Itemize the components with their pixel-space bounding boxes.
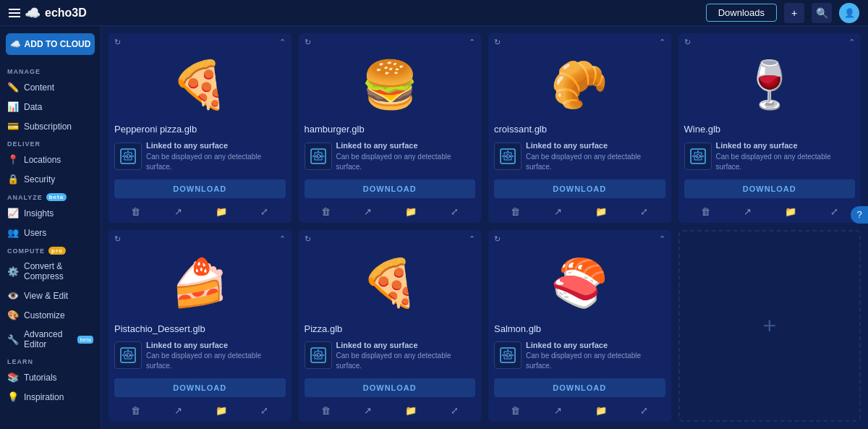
sidebar-item-view-edit[interactable]: 👁️ View & Edit: [0, 286, 101, 305]
refresh-icon[interactable]: ↻: [305, 38, 311, 47]
sidebar-label-customize: Customize: [24, 310, 65, 320]
expand-icon[interactable]: ⌃: [659, 38, 665, 47]
download-button[interactable]: DOWNLOAD: [684, 179, 856, 198]
surface-icon-box: ✦✦: [494, 143, 522, 170]
share-icon[interactable]: ↗: [554, 405, 562, 416]
top-navigation: ☁️ echo3D Downloads + 🔍 👤: [0, 0, 868, 26]
delete-icon[interactable]: 🗑: [321, 405, 331, 416]
plus-icon-button[interactable]: +: [784, 3, 804, 23]
delete-icon[interactable]: 🗑: [131, 405, 140, 416]
food-image: 🍣: [550, 260, 608, 306]
refresh-icon[interactable]: ↻: [494, 38, 501, 47]
inspiration-icon: 💡: [7, 391, 19, 402]
expand-icon[interactable]: ⌃: [659, 234, 665, 244]
expand-icon[interactable]: ⌃: [279, 234, 286, 244]
card-add-new[interactable]: +: [678, 230, 861, 422]
download-button[interactable]: DOWNLOAD: [305, 378, 476, 397]
card-header: ↻ ⌃: [488, 230, 671, 245]
folder-icon[interactable]: 📁: [595, 206, 607, 217]
sidebar-item-security[interactable]: 🔒 Security: [0, 169, 101, 189]
folder-icon[interactable]: 📁: [405, 405, 417, 416]
delete-icon[interactable]: 🗑: [131, 206, 140, 217]
expand-icon[interactable]: ⌃: [469, 38, 475, 47]
share-icon[interactable]: ↗: [364, 405, 372, 416]
resize-icon[interactable]: ⤢: [640, 206, 648, 217]
resize-icon[interactable]: ⤢: [640, 405, 648, 416]
downloads-button[interactable]: Downloads: [706, 4, 777, 22]
card-actions: 🗑 ↗ 📁 ⤢: [678, 203, 861, 223]
expand-icon[interactable]: ⌃: [469, 234, 475, 244]
add-to-cloud-button[interactable]: ☁️ ADD TO CLOUD: [6, 33, 95, 55]
refresh-icon[interactable]: ↻: [114, 234, 121, 244]
card-name: Pizza.glb: [299, 320, 482, 337]
download-button[interactable]: DOWNLOAD: [494, 179, 665, 198]
delete-icon[interactable]: 🗑: [511, 405, 520, 416]
card-thumbnail: 🍰: [109, 245, 292, 320]
sidebar-item-users[interactable]: 👥 Users: [0, 223, 101, 242]
hamburger-menu-icon[interactable]: [9, 9, 20, 17]
resize-icon[interactable]: ⤢: [260, 206, 268, 217]
avatar[interactable]: 👤: [839, 3, 859, 23]
resize-icon[interactable]: ⤢: [260, 405, 268, 416]
delete-icon[interactable]: 🗑: [701, 206, 710, 217]
refresh-icon[interactable]: ↻: [114, 38, 121, 47]
subscription-icon: 💳: [7, 121, 19, 132]
svg-point-31: [507, 349, 509, 351]
surface-title: Linked to any surface: [146, 341, 228, 349]
sidebar-item-advanced-editor[interactable]: 🔧 Advanced Editor beta: [0, 325, 101, 354]
refresh-icon[interactable]: ↻: [494, 234, 501, 244]
sidebar-item-content[interactable]: ✏️ Content: [0, 77, 101, 97]
resize-icon[interactable]: ⤢: [830, 206, 838, 217]
sidebar-item-subscription[interactable]: 💳 Subscription: [0, 116, 101, 136]
folder-icon[interactable]: 📁: [595, 405, 607, 416]
delete-icon[interactable]: 🗑: [511, 206, 520, 217]
sidebar-item-customize[interactable]: 🎨 Customize: [0, 305, 101, 325]
folder-icon[interactable]: 📁: [785, 206, 796, 217]
expand-icon[interactable]: ⌃: [279, 38, 286, 47]
sidebar-item-tutorials[interactable]: 📚 Tutorials: [0, 368, 101, 387]
help-button[interactable]: ?: [851, 206, 868, 224]
card-thumbnail: 🍷: [678, 48, 861, 121]
card-name: Pistachio_Dessert.glb: [109, 320, 292, 337]
expand-icon[interactable]: ⌃: [848, 38, 855, 47]
refresh-icon[interactable]: ↻: [305, 234, 311, 244]
share-icon[interactable]: ↗: [174, 206, 182, 217]
analyze-badge: beta: [46, 193, 67, 201]
sidebar-item-convert[interactable]: ⚙️ Convert & Compress: [0, 257, 101, 286]
folder-icon[interactable]: 📁: [216, 405, 227, 416]
delete-icon[interactable]: 🗑: [321, 206, 331, 217]
search-button[interactable]: 🔍: [812, 3, 832, 23]
surface-desc: Can be displayed on any detectable surfa…: [716, 153, 831, 171]
resize-icon[interactable]: ⤢: [451, 206, 459, 217]
refresh-icon[interactable]: ↻: [684, 38, 691, 47]
svg-point-1: [127, 150, 129, 152]
share-icon[interactable]: ↗: [174, 405, 182, 416]
surface-icon-box: ✦✦: [684, 143, 712, 170]
download-button[interactable]: DOWNLOAD: [114, 179, 286, 198]
download-button[interactable]: DOWNLOAD: [114, 378, 286, 397]
food-image: 🍰: [171, 260, 229, 306]
download-button[interactable]: DOWNLOAD: [494, 378, 665, 397]
sidebar-item-locations[interactable]: 📍 Locations: [0, 150, 101, 169]
advanced-editor-badge: beta: [77, 336, 93, 344]
folder-icon[interactable]: 📁: [216, 206, 227, 217]
content-icon: ✏️: [7, 82, 19, 93]
svg-point-3: [132, 156, 134, 157]
card-surface-row: ✦✦ Linked to any surface Can be displaye…: [299, 337, 482, 374]
sidebar-item-insights[interactable]: 📈 Insights: [0, 203, 101, 223]
download-button[interactable]: DOWNLOAD: [305, 179, 476, 198]
folder-icon[interactable]: 📁: [405, 206, 417, 217]
resize-icon[interactable]: ⤢: [451, 405, 459, 416]
tutorials-icon: 📚: [7, 372, 19, 383]
card-actions: 🗑 ↗ 📁 ⤢: [488, 203, 671, 223]
card-actions: 🗑 ↗ 📁 ⤢: [488, 402, 671, 422]
surface-desc: Can be displayed on any detectable surfa…: [526, 153, 641, 171]
share-icon[interactable]: ↗: [744, 206, 752, 217]
sidebar-item-data[interactable]: 📊 Data: [0, 97, 101, 116]
svg-point-18: [702, 156, 704, 157]
share-icon[interactable]: ↗: [554, 206, 562, 217]
surface-title: Linked to any surface: [716, 141, 798, 150]
food-image: 🍕: [361, 260, 419, 306]
sidebar-item-inspiration[interactable]: 💡 Inspiration: [0, 387, 101, 407]
share-icon[interactable]: ↗: [364, 206, 372, 217]
